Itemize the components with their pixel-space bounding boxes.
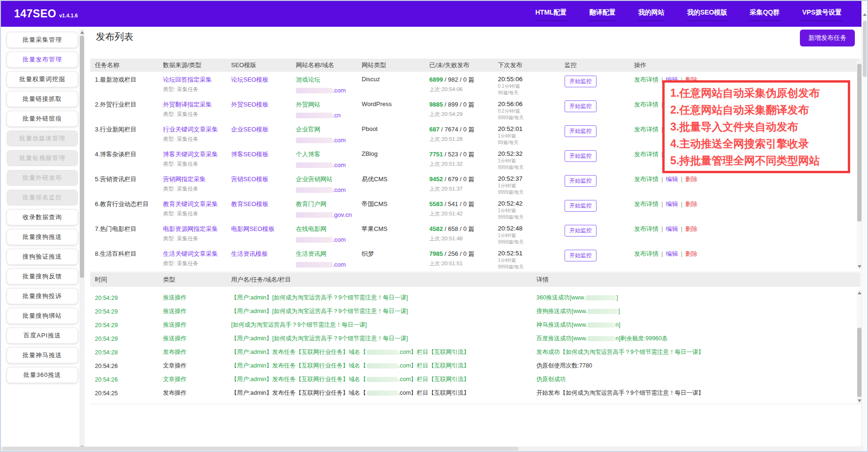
edit-link[interactable]: 编辑 (666, 225, 678, 232)
log-row: 20:54:26 文章操作 【用户:admin】发布任务【互联网行业任务】域名【… (90, 359, 857, 373)
start-monitor-button[interactable]: 开始监控 (565, 225, 597, 237)
publish-detail-link[interactable]: 发布详情 (634, 76, 659, 83)
site-domain: .com (296, 86, 362, 94)
scroll-up-arrow[interactable] (80, 31, 84, 34)
log-row: 20:54:29 推送操作 【用户:admin】[如何成为淘宝运营高手？9个细节… (90, 305, 857, 318)
column-header: 详情 (536, 276, 860, 284)
page-scrollbar[interactable] (861, 1, 867, 451)
source-link[interactable]: 电影资源网指定采集 (163, 225, 231, 233)
scroll-down-arrow[interactable] (858, 399, 861, 402)
sidebar-item[interactable]: 收录数据查询 (7, 209, 78, 225)
start-monitor-button[interactable]: 开始监控 (565, 150, 597, 162)
seo-template-link[interactable]: 生活资讯模板 (231, 250, 268, 257)
log-table-body: 20:54:29 推送操作 【用户:admin】[如何成为淘宝运营高手？9个细节… (90, 291, 857, 400)
sidebar-item[interactable]: 百度API推送 (7, 328, 78, 344)
scroll-down-arrow[interactable] (858, 265, 861, 268)
sidebar-item[interactable]: 搜狗验证推送 (7, 249, 78, 265)
start-monitor-button[interactable]: 开始监控 (565, 200, 597, 212)
source-link[interactable]: 行业关键词文章采集 (163, 125, 231, 134)
sidebar-item[interactable]: 批量神马推送 (7, 347, 78, 363)
sidebar-item[interactable]: 批量搜狗投诉 (7, 288, 78, 304)
domain-suffix: .com (333, 161, 346, 169)
source-link[interactable]: 博客关键词文章采集 (163, 150, 231, 159)
seo-template-link[interactable]: 外贸SEO模板 (231, 101, 268, 108)
log-time: 20:54:28 (95, 349, 163, 356)
publish-detail-link[interactable]: 发布详情 (634, 151, 659, 158)
seo-template-link[interactable]: 营销SEO模板 (231, 176, 268, 183)
publish-detail-link[interactable]: 发布详情 (634, 200, 659, 207)
start-monitor-button[interactable]: 开始监控 (565, 250, 597, 261)
next-publish-time: 20:52:01 (498, 125, 565, 132)
sidebar-item[interactable]: 批量发布管理 (7, 52, 78, 68)
publish-detail-link[interactable]: 发布详情 (634, 101, 659, 108)
seo-template-link[interactable]: 论坛SEO模板 (231, 76, 268, 83)
sidebar-item[interactable]: 批量搜狗绑站 (7, 308, 78, 324)
seo-template-link[interactable]: 博客SEO模板 (231, 151, 268, 158)
scrollbar-thumb[interactable] (857, 64, 861, 222)
log-task-text: 【用户:admin】[如何成为淘宝运营高手？9个细节需注意！每日一课] (231, 294, 408, 301)
source-link[interactable]: 生活关键词文章采集 (163, 250, 231, 258)
scroll-up-arrow[interactable] (858, 291, 861, 294)
redacted-domain (367, 350, 398, 355)
seo-template-link[interactable]: 电影网SEO模板 (231, 225, 274, 232)
publish-counts: 7985 / 256 / 0 篇 (429, 250, 498, 258)
log-detail-text: 伪原创成功 (536, 376, 566, 383)
new-publish-task-button[interactable]: 新增发布任务 (800, 30, 855, 46)
source-link[interactable]: 教育关键词文章采集 (163, 200, 231, 208)
nav-item[interactable]: 采集QQ群 (749, 7, 781, 21)
scrollbar-thumb[interactable] (863, 21, 867, 77)
nav-item[interactable]: 翻译配置 (589, 7, 617, 21)
start-monitor-button[interactable]: 开始监控 (565, 76, 597, 87)
nav-item[interactable]: HTML配置 (535, 7, 568, 21)
nav-item[interactable]: 我的网站 (637, 7, 666, 21)
sidebar-item[interactable]: 批量权重词挖掘 (7, 71, 78, 87)
publish-detail-link[interactable]: 发布详情 (634, 176, 659, 183)
publish-detail-link[interactable]: 发布详情 (634, 250, 659, 257)
edit-link[interactable]: 编辑 (666, 176, 678, 183)
sidebar-item[interactable]: 批量链接抓取 (7, 91, 78, 107)
sidebar-item[interactable]: 批量采集管理 (7, 32, 78, 48)
sidebar-item[interactable]: 批量排名监控 (7, 190, 78, 206)
task-name: 4.博客杂谈栏目 (95, 150, 163, 171)
log-row: 20:54:29 推送操作 【用户:admin】[如何成为淘宝运营高手？9个细节… (90, 332, 857, 345)
delete-link[interactable]: 删除 (685, 200, 698, 207)
published-count: 9885 (429, 101, 443, 108)
start-monitor-button[interactable]: 开始监控 (565, 100, 597, 112)
scrollbar-thumb[interactable] (857, 328, 861, 397)
edit-link[interactable]: 编辑 (666, 200, 678, 207)
source-link[interactable]: 论坛回答指定采集 (163, 76, 231, 84)
start-monitor-button[interactable]: 开始监控 (565, 125, 597, 137)
sidebar-scrollbar[interactable] (79, 29, 85, 451)
sidebar-item[interactable]: 批量外链发布 (7, 170, 78, 186)
sidebar-item[interactable]: 批量搜狗推送 (7, 229, 78, 245)
start-monitor-button[interactable]: 开始监控 (565, 175, 597, 187)
sidebar-item[interactable]: 批量自媒体管理 (7, 130, 78, 146)
published-count: 4582 (429, 225, 443, 232)
scroll-up-arrow[interactable] (863, 13, 867, 16)
scrollbar-thumb[interactable] (2, 447, 519, 451)
delete-link[interactable]: 删除 (685, 225, 698, 232)
log-row: 20:54:26 文章操作 【用户:admin】发布任务【互联网行业任务】域名【… (90, 373, 857, 386)
publish-detail-link[interactable]: 发布详情 (634, 126, 659, 133)
publish-detail-link[interactable]: 发布详情 (634, 225, 659, 232)
sidebar-item[interactable]: 批量搜狗反馈 (7, 268, 78, 284)
nav-item[interactable]: 我的SEO模版 (686, 7, 728, 21)
horizontal-scrollbar[interactable] (1, 446, 863, 451)
delete-link[interactable]: 删除 (685, 250, 698, 257)
edit-link[interactable]: 编辑 (666, 250, 678, 257)
delete-link[interactable]: 删除 (685, 176, 698, 183)
seo-template-link[interactable]: 企业SEO模板 (231, 126, 268, 133)
log-detail: 伪原创成功 (536, 375, 857, 383)
log-task: 【用户:admin】[如何成为淘宝运营高手？9个细节需注意！每日一课] (231, 294, 536, 302)
log-table-header: 时间类型用户名/任务/域名/栏目详情 (90, 273, 860, 287)
sidebar-item[interactable]: 批量外链留痕 (7, 111, 78, 127)
publish-counts: 687 / 7674 / 0 篇 (429, 125, 498, 134)
source-link[interactable]: 营销网指定采集 (163, 175, 231, 184)
nav-item[interactable]: VPS拨号设置 (801, 7, 843, 21)
seo-template-link[interactable]: 教育SEO模板 (231, 200, 268, 207)
sidebar-item[interactable]: 批量360推送 (7, 367, 78, 383)
source-link[interactable]: 外贸翻译指定采集 (163, 100, 231, 109)
scrollbar-thumb[interactable] (80, 36, 84, 278)
sidebar-item[interactable]: 批量短视频管理 (7, 150, 78, 166)
last-publish-time: 上次:20:51:42 (429, 210, 498, 217)
